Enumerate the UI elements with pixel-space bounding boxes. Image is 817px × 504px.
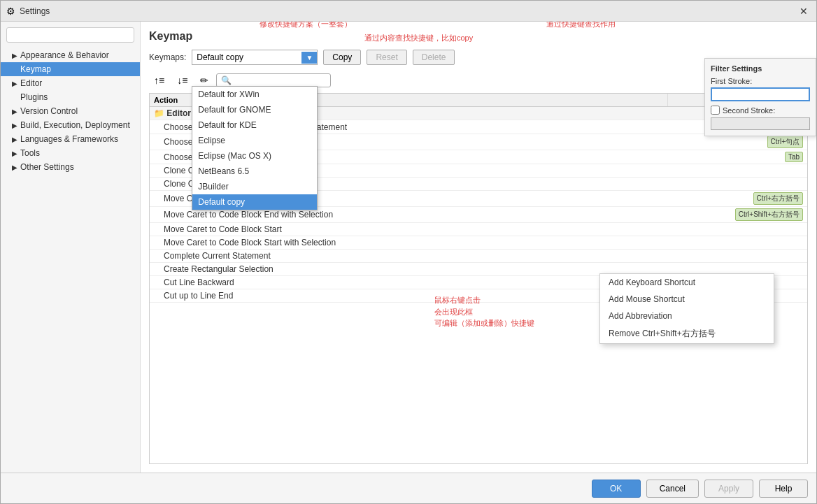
table-row[interactable]: Complete Current Statement bbox=[150, 250, 807, 263]
shortcut-badge: Ctrl+句点 bbox=[767, 136, 803, 148]
panel-title: Keymap bbox=[149, 30, 808, 43]
context-remove-label: Remove Ctrl+Shift+右方括号 bbox=[609, 328, 716, 340]
context-add-keyboard[interactable]: Add Keyboard Shortcut bbox=[600, 274, 774, 291]
apply-button[interactable]: Apply bbox=[704, 480, 753, 498]
close-button[interactable]: ✕ bbox=[797, 4, 811, 18]
sidebar-item-other[interactable]: ▶Other Settings bbox=[1, 160, 140, 174]
dropdown-item-gnome[interactable]: Default for GNOME bbox=[192, 102, 317, 117]
folder-icon: 📁 bbox=[154, 108, 164, 118]
right-panel: 修改快捷键方案（一整套） 通过内容查找快捷键，比如copy 通过快捷键查找作用 … bbox=[141, 22, 816, 473]
help-button[interactable]: Help bbox=[759, 480, 808, 498]
arrow-icon: ▶ bbox=[12, 150, 17, 157]
sidebar: ▶Appearance & Behavior Keymap ▶Editor Pl… bbox=[1, 22, 141, 473]
main-content: ▶Appearance & Behavior Keymap ▶Editor Pl… bbox=[1, 22, 816, 473]
sidebar-item-build[interactable]: ▶Build, Execution, Deployment bbox=[1, 118, 140, 132]
keymap-dropdown: Default for XWin Default for GNOME Defau… bbox=[192, 86, 318, 210]
dropdown-item-jbuilder[interactable]: JBuilder bbox=[192, 179, 317, 194]
row-action-label: Cut up to Line End bbox=[150, 289, 667, 302]
copy-button[interactable]: Copy bbox=[323, 50, 361, 65]
first-stroke-label: First Stroke: bbox=[711, 77, 810, 85]
context-add-abbreviation[interactable]: Add Abbreviation bbox=[600, 308, 774, 324]
action-search-input[interactable] bbox=[216, 73, 331, 87]
keymaps-label: Keymaps: bbox=[149, 52, 186, 62]
annotation-1: 修改快捷键方案（一整套） bbox=[260, 22, 352, 29]
context-remove[interactable]: Remove Ctrl+Shift+右方括号 bbox=[600, 324, 774, 343]
keymap-selected-value: Default copy bbox=[192, 50, 301, 64]
sidebar-item-languages[interactable]: ▶Languages & Frameworks bbox=[1, 132, 140, 146]
app-icon: ⚙ bbox=[6, 6, 15, 17]
second-stroke-label: Second Stroke: bbox=[723, 106, 775, 115]
second-stroke-row: Second Stroke: bbox=[711, 106, 810, 115]
row-action-label: Move Caret to Code Block Start with Sele… bbox=[150, 236, 667, 249]
row-action-label: Complete Current Statement bbox=[150, 250, 667, 262]
dropdown-item-xwin[interactable]: Default for XWin bbox=[192, 87, 317, 102]
arrow-icon: ▶ bbox=[12, 122, 17, 129]
second-stroke-input[interactable] bbox=[711, 117, 810, 130]
row-shortcut bbox=[667, 228, 807, 231]
ok-button[interactable]: OK bbox=[592, 480, 641, 498]
keymap-dropdown-container: Default copy ▼ Default for XWin Default … bbox=[192, 50, 318, 65]
second-stroke-checkbox[interactable] bbox=[711, 106, 720, 115]
arrow-icon: ▶ bbox=[12, 52, 17, 59]
shortcut-badge: Tab bbox=[785, 152, 803, 162]
bottom-bar: OK Cancel Apply Help bbox=[1, 473, 816, 503]
row-shortcut bbox=[667, 254, 807, 257]
row-shortcut bbox=[667, 241, 807, 244]
row-shortcut bbox=[667, 182, 807, 185]
sort-asc-button[interactable]: ↑≡ bbox=[149, 73, 169, 88]
dropdown-item-eclipse[interactable]: Eclipse bbox=[192, 133, 317, 148]
keymap-select[interactable]: Default copy ▼ bbox=[192, 50, 318, 65]
dropdown-item-eclipse-mac[interactable]: Eclipse (Mac OS X) bbox=[192, 148, 317, 164]
keymap-dropdown-arrow: ▼ bbox=[301, 52, 317, 64]
row-shortcut bbox=[667, 268, 807, 271]
delete-button[interactable]: Delete bbox=[413, 50, 455, 65]
context-menu: Add Keyboard Shortcut Add Mouse Shortcut… bbox=[599, 273, 774, 344]
sidebar-item-plugins[interactable]: Plugins bbox=[1, 90, 140, 104]
table-row[interactable]: Move Caret to Code Block Start bbox=[150, 223, 807, 236]
row-shortcut bbox=[667, 169, 807, 172]
context-add-mouse[interactable]: Add Mouse Shortcut bbox=[600, 291, 774, 308]
window-title: Settings bbox=[20, 6, 50, 16]
sidebar-item-keymap[interactable]: Keymap bbox=[1, 62, 140, 76]
title-bar: ⚙ Settings ✕ bbox=[1, 1, 816, 22]
dropdown-item-netbeans[interactable]: NetBeans 6.5 bbox=[192, 164, 317, 179]
settings-window: ⚙ Settings ✕ ▶Appearance & Behavior Keym… bbox=[0, 0, 817, 504]
row-action-label: Create Rectangular Selection bbox=[150, 263, 667, 275]
arrow-icon: ▶ bbox=[12, 164, 17, 171]
row-action-label: Cut Line Backward bbox=[150, 276, 667, 289]
row-action-label: Move Caret to Code Block Start bbox=[150, 223, 667, 236]
arrow-icon: ▶ bbox=[12, 108, 17, 115]
arrow-icon: ▶ bbox=[12, 80, 17, 87]
dropdown-item-kde[interactable]: Default for KDE bbox=[192, 117, 317, 133]
filter-settings-panel: Filter Settings First Stroke: Second Str… bbox=[704, 58, 816, 136]
reset-button[interactable]: Reset bbox=[367, 50, 406, 65]
annotation-3: 通过快捷键查找作用 bbox=[546, 22, 616, 29]
title-bar-left: ⚙ Settings bbox=[6, 6, 50, 17]
dropdown-item-default-copy[interactable]: Default copy bbox=[192, 194, 317, 210]
sidebar-item-tools[interactable]: ▶Tools bbox=[1, 146, 140, 160]
row-shortcut: Ctrl+右方括号 bbox=[667, 191, 807, 206]
sidebar-item-version-control[interactable]: ▶Version Control bbox=[1, 104, 140, 118]
table-row[interactable]: Move Caret to Code Block Start with Sele… bbox=[150, 236, 807, 250]
row-shortcut: Tab bbox=[667, 150, 807, 164]
shortcut-badge: Ctrl+右方括号 bbox=[753, 192, 803, 205]
first-stroke-input[interactable] bbox=[711, 87, 810, 101]
arrow-icon: ▶ bbox=[12, 136, 17, 143]
row-shortcut: Ctrl+句点 bbox=[667, 134, 807, 150]
sidebar-item-appearance[interactable]: ▶Appearance & Behavior bbox=[1, 48, 140, 62]
sidebar-search-input[interactable] bbox=[6, 27, 134, 43]
cancel-button[interactable]: Cancel bbox=[646, 480, 699, 498]
sort-desc-button[interactable]: ↓≡ bbox=[172, 73, 192, 88]
shortcut-badge: Ctrl+Shift+右方括号 bbox=[735, 208, 803, 221]
row-shortcut: Ctrl+Shift+右方括号 bbox=[667, 207, 807, 222]
filter-settings-title: Filter Settings bbox=[711, 64, 810, 73]
sidebar-item-editor[interactable]: ▶Editor bbox=[1, 76, 140, 90]
